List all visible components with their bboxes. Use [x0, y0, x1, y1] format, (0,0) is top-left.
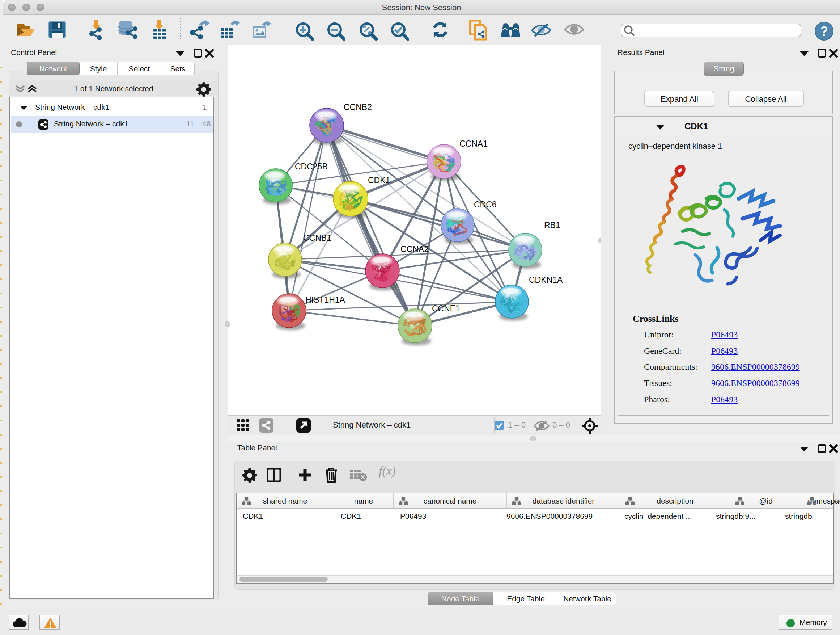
svg-text:CDC25B: CDC25B	[295, 162, 328, 171]
svg-text:HIST1H1A: HIST1H1A	[305, 295, 346, 304]
svg-text:CCNA2: CCNA2	[401, 244, 429, 254]
svg-text:RB1: RB1	[544, 220, 561, 230]
svg-text:CCNE1: CCNE1	[432, 304, 460, 313]
svg-text:CDKN1A: CDKN1A	[529, 275, 563, 285]
svg-text:CCNA1: CCNA1	[459, 139, 488, 149]
svg-text:CDC6: CDC6	[474, 200, 497, 209]
svg-text:CCNB2: CCNB2	[344, 103, 372, 112]
svg-text:CDK1: CDK1	[368, 176, 390, 185]
svg-text:CCNB1: CCNB1	[303, 233, 332, 242]
